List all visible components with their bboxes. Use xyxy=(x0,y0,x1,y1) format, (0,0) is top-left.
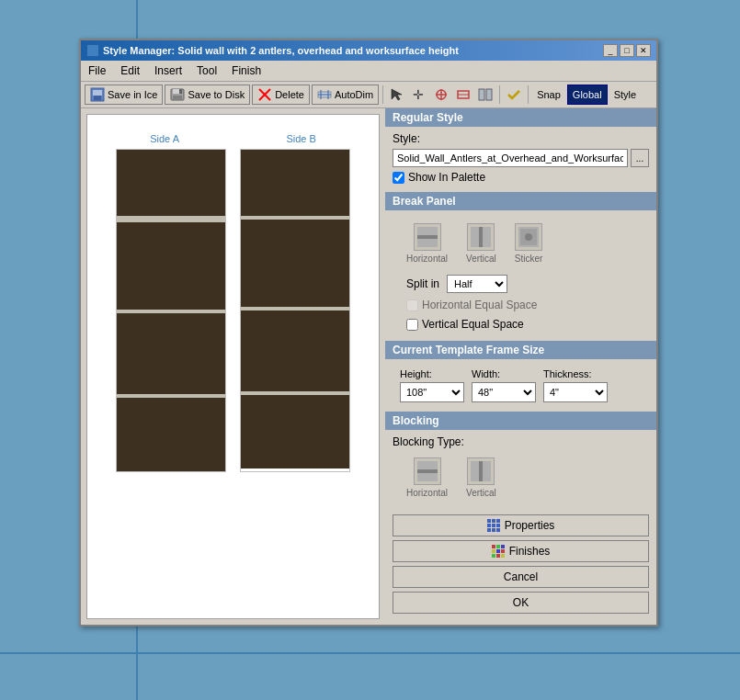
desktop: Style Manager: Solid wall with 2 antlers… xyxy=(0,0,740,700)
pointer-tool-button[interactable] xyxy=(387,85,407,105)
svg-rect-4 xyxy=(173,89,180,94)
save-in-ice-label: Save in Ice xyxy=(108,89,157,100)
break-panel-body: Horizontal Vertical xyxy=(385,210,656,341)
wall-section-b2 xyxy=(241,220,349,307)
finishes-label: Finishes xyxy=(509,545,551,558)
wall-section-b4 xyxy=(241,395,349,469)
blocking-vertical-icon xyxy=(471,461,491,481)
properties-icon xyxy=(487,519,500,532)
properties-button[interactable]: Properties xyxy=(393,514,649,536)
blocking-horizontal-icon xyxy=(417,461,438,481)
show-in-palette-checkbox[interactable] xyxy=(393,172,404,184)
menu-file[interactable]: File xyxy=(85,62,109,79)
height-col: Height: 84" 96" 108" 120" xyxy=(400,368,464,402)
vertical-equal-space-checkbox[interactable] xyxy=(406,319,418,331)
ok-button[interactable]: OK xyxy=(393,592,649,614)
preview-panel: Side A Side B xyxy=(86,114,380,619)
toolbar: Save in Ice Save to Disk xyxy=(81,82,656,108)
svg-rect-5 xyxy=(179,89,182,94)
width-label: Width: xyxy=(472,368,536,379)
blocking-header: Blocking xyxy=(385,412,656,430)
autodim-button[interactable]: AutoDim xyxy=(312,85,379,105)
horizontal-equal-space-checkbox[interactable] xyxy=(406,299,418,311)
vertical-equal-space-label: Vertical Equal Space xyxy=(422,318,524,331)
snap-button[interactable]: Snap xyxy=(532,85,565,105)
wall-section-a4 xyxy=(117,398,225,471)
svg-rect-6 xyxy=(173,96,182,99)
menu-tool[interactable]: Tool xyxy=(193,62,221,79)
horizontal-break-button[interactable] xyxy=(414,223,441,251)
blocking-type-label: Blocking Type: xyxy=(393,435,649,448)
delete-button[interactable]: Delete xyxy=(252,85,310,105)
maximize-button[interactable]: □ xyxy=(620,44,634,57)
height-dropdown[interactable]: 84" 96" 108" 120" xyxy=(400,382,464,402)
finishes-button[interactable]: Finishes xyxy=(393,540,649,562)
wall-tool-button[interactable] xyxy=(453,85,473,105)
toolbar-separator-1 xyxy=(382,85,383,104)
delete-label: Delete xyxy=(275,89,304,100)
style-manager-window: Style Manager: Solid wall with 2 antlers… xyxy=(79,39,658,627)
crosshair-tool-button[interactable] xyxy=(431,85,451,105)
right-panel: Regular Style Style: ... Show In Palette xyxy=(385,108,656,625)
minimize-button[interactable]: _ xyxy=(603,44,618,57)
global-button[interactable]: Global xyxy=(567,85,608,105)
menu-insert[interactable]: Insert xyxy=(151,62,186,79)
panel-tool-button[interactable] xyxy=(475,85,495,105)
split-in-label: Split in xyxy=(406,277,439,290)
blocking-vertical-label: Vertical xyxy=(466,488,496,498)
regular-style-header: Regular Style xyxy=(385,108,656,127)
style-label: Style xyxy=(609,87,641,102)
side-labels: Side A Side B xyxy=(97,133,370,144)
blocking-body: Blocking Type: Horizontal Ve xyxy=(385,430,656,509)
thickness-dropdown[interactable]: 2" 3" 4" 5" xyxy=(543,382,608,402)
style-label-row: Style: xyxy=(393,132,649,145)
svg-marker-13 xyxy=(392,89,402,100)
toolbar-separator-3 xyxy=(528,85,529,104)
cancel-button[interactable]: Cancel xyxy=(393,566,649,588)
vertical-break-button[interactable] xyxy=(467,223,495,251)
save-in-ice-button[interactable]: Save in Ice xyxy=(85,85,163,105)
save-to-disk-button[interactable]: Save to Disk xyxy=(165,85,250,105)
browse-button[interactable]: ... xyxy=(631,149,649,167)
properties-label: Properties xyxy=(505,519,555,532)
side-a-panel xyxy=(116,149,226,472)
width-dropdown[interactable]: 24" 36" 48" 60" xyxy=(472,382,536,402)
finishes-icon xyxy=(492,545,505,558)
window-title: Style Manager: Solid wall with 2 antlers… xyxy=(103,45,459,56)
blocking-icons: Horizontal Vertical xyxy=(393,452,649,503)
menu-edit[interactable]: Edit xyxy=(117,62,143,79)
split-dropdown[interactable]: Half Third Quarter xyxy=(447,275,507,293)
width-col: Width: 24" 36" 48" 60" xyxy=(472,368,536,402)
sticker-break-item: Sticker xyxy=(515,223,543,264)
blocking-vertical-item: Vertical xyxy=(466,457,496,498)
wall-section-b3 xyxy=(241,310,349,391)
vertical-equal-space-row: Vertical Equal Space xyxy=(393,316,649,333)
sticker-break-button[interactable] xyxy=(515,223,542,251)
toolbar-separator-2 xyxy=(499,85,500,104)
break-panel-header: Break Panel xyxy=(385,192,656,210)
menu-finish[interactable]: Finish xyxy=(228,62,265,79)
main-content: Side A Side B xyxy=(81,108,656,625)
checkmark-button[interactable] xyxy=(504,85,524,105)
global-label: Global xyxy=(573,89,602,100)
side-b-panel xyxy=(240,149,350,472)
delete-icon xyxy=(257,87,272,102)
title-bar: Style Manager: Solid wall with 2 antlers… xyxy=(81,40,656,61)
cancel-label: Cancel xyxy=(504,570,538,583)
horizontal-break-icon xyxy=(417,227,438,247)
thickness-label: Thickness: xyxy=(543,368,608,379)
move-tool-button[interactable]: ✛ xyxy=(409,85,429,105)
style-input[interactable] xyxy=(393,149,628,167)
menu-bar: File Edit Insert Tool Finish xyxy=(81,61,656,82)
break-panel-icons: Horizontal Vertical xyxy=(393,216,649,271)
horizontal-equal-space-label: Horizontal Equal Space xyxy=(422,299,537,311)
ok-label: OK xyxy=(513,596,529,609)
svg-rect-1 xyxy=(93,90,102,96)
title-bar-text: Style Manager: Solid wall with 2 antlers… xyxy=(86,44,459,57)
close-button[interactable]: ✕ xyxy=(636,44,651,57)
svg-text:✛: ✛ xyxy=(413,87,424,102)
vertical-break-label: Vertical xyxy=(466,254,496,264)
wall-section-a3 xyxy=(117,313,225,394)
blocking-vertical-button[interactable] xyxy=(467,457,495,485)
blocking-horizontal-button[interactable] xyxy=(414,457,441,485)
